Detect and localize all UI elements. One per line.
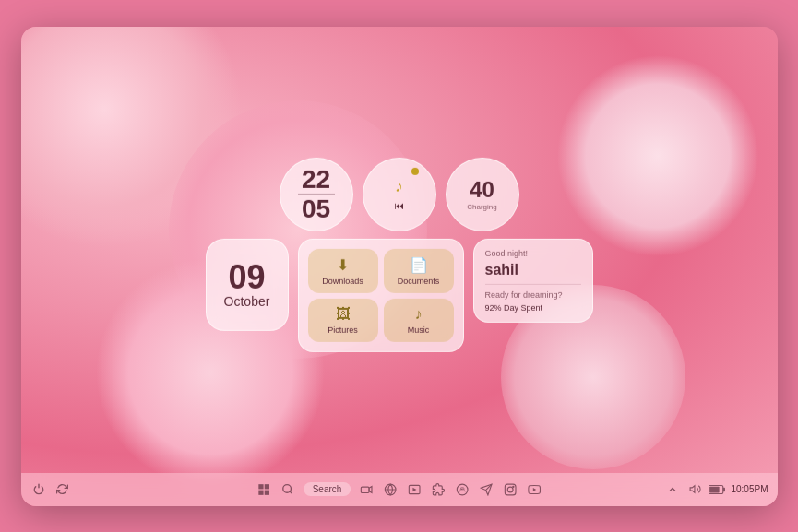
svg-point-17 bbox=[513, 486, 514, 487]
video-icon[interactable] bbox=[406, 481, 423, 498]
taskbar-center: Search bbox=[256, 481, 543, 498]
battery-label: Charging bbox=[467, 203, 496, 211]
music-note-icon: ♪ bbox=[395, 177, 403, 196]
music-controls: ⏮ bbox=[394, 200, 404, 211]
file-pictures[interactable]: 🖼 Pictures bbox=[308, 298, 378, 341]
greeting-progress: 92% Day Spent bbox=[485, 302, 581, 312]
battery-widget: 40 Charging bbox=[446, 157, 519, 231]
documents-label: Documents bbox=[398, 276, 440, 285]
music-widget[interactable]: ♪ ⏮ bbox=[363, 157, 436, 231]
clock-minute: 05 bbox=[302, 195, 330, 221]
svg-marker-7 bbox=[369, 486, 372, 492]
taskbar-right: 10:05PM bbox=[664, 481, 768, 498]
svg-point-12 bbox=[458, 484, 469, 495]
puzzle-icon[interactable] bbox=[430, 481, 447, 498]
power-icon[interactable] bbox=[30, 481, 47, 498]
greeting-sub-text: Ready for dreaming? bbox=[485, 290, 581, 299]
svg-rect-0 bbox=[258, 484, 263, 489]
svg-rect-6 bbox=[362, 487, 370, 492]
taskbar-left bbox=[30, 481, 71, 498]
greeting-divider bbox=[485, 283, 581, 284]
chevron-up-icon[interactable] bbox=[664, 481, 681, 498]
svg-marker-18 bbox=[533, 487, 536, 491]
pictures-icon: 🖼 bbox=[336, 305, 351, 322]
file-documents[interactable]: 📄 Documents bbox=[384, 248, 454, 292]
greeting-name: sahil bbox=[485, 261, 581, 278]
windows-icon[interactable] bbox=[256, 481, 272, 498]
svg-line-5 bbox=[290, 491, 292, 493]
date-widget: 09 October bbox=[206, 238, 289, 330]
browser-icon[interactable] bbox=[382, 481, 399, 498]
refresh-icon[interactable] bbox=[54, 481, 71, 498]
date-month: October bbox=[224, 293, 270, 308]
svg-rect-15 bbox=[506, 484, 517, 495]
camera-icon[interactable] bbox=[358, 481, 375, 498]
downloads-label: Downloads bbox=[322, 276, 363, 285]
greeting-top-text: Good night! bbox=[485, 248, 581, 257]
file-music[interactable]: ♪ Music bbox=[384, 298, 454, 341]
widgets-row-2: 09 October ⬇ Downloads 📄 Documents 🖼 Pic… bbox=[206, 238, 593, 351]
svg-point-4 bbox=[283, 485, 292, 493]
youtube-icon[interactable] bbox=[526, 481, 542, 498]
desktop-screen: 22 05 ♪ ⏮ 40 Charging 09 bbox=[21, 27, 778, 506]
clock-widget: 22 05 bbox=[280, 157, 353, 231]
greeting-widget: Good night! sahil Ready for dreaming? 92… bbox=[473, 238, 593, 322]
prev-button[interactable]: ⏮ bbox=[394, 200, 404, 211]
music-label: Music bbox=[408, 325, 430, 334]
files-widget: ⬇ Downloads 📄 Documents 🖼 Pictures ♪ Mus… bbox=[298, 238, 464, 351]
file-downloads[interactable]: ⬇ Downloads bbox=[308, 248, 378, 292]
svg-marker-11 bbox=[413, 487, 417, 491]
search-label: Search bbox=[313, 484, 342, 494]
documents-icon: 📄 bbox=[410, 255, 428, 273]
battery-percent: 40 bbox=[470, 177, 494, 203]
svg-point-16 bbox=[507, 487, 513, 492]
music-icon: ♪ bbox=[415, 305, 423, 322]
svg-rect-1 bbox=[264, 484, 268, 489]
search-icon[interactable] bbox=[280, 481, 296, 498]
taskbar: Search bbox=[21, 473, 778, 506]
telegram-icon[interactable] bbox=[478, 481, 494, 498]
svg-rect-3 bbox=[264, 490, 268, 494]
date-day: 09 bbox=[228, 260, 265, 293]
battery-taskbar-icon[interactable] bbox=[709, 481, 725, 498]
volume-icon[interactable] bbox=[686, 481, 703, 498]
svg-rect-2 bbox=[258, 490, 263, 494]
svg-marker-19 bbox=[690, 486, 695, 493]
system-time: 10:05PM bbox=[731, 484, 768, 494]
play-indicator-dot bbox=[411, 167, 419, 174]
widgets-area: 22 05 ♪ ⏮ 40 Charging 09 bbox=[206, 157, 593, 351]
svg-rect-22 bbox=[710, 486, 721, 492]
svg-rect-21 bbox=[723, 487, 725, 491]
spotify-icon[interactable] bbox=[454, 481, 470, 498]
downloads-icon: ⬇ bbox=[337, 255, 349, 273]
search-bar[interactable]: Search bbox=[304, 482, 351, 496]
pictures-label: Pictures bbox=[328, 325, 358, 334]
instagram-icon[interactable] bbox=[502, 481, 518, 498]
clock-hour: 22 bbox=[302, 166, 330, 192]
widgets-row-1: 22 05 ♪ ⏮ 40 Charging bbox=[280, 157, 519, 231]
